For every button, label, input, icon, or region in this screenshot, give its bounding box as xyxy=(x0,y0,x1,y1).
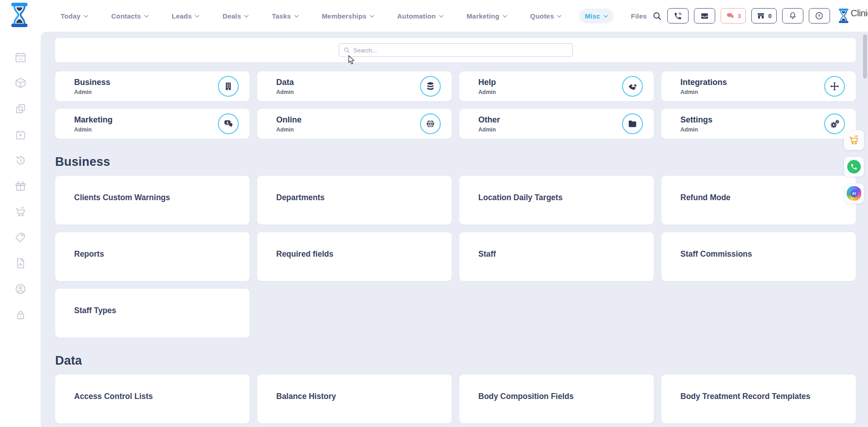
category-title: Other xyxy=(478,115,500,125)
item-card-refund-mode[interactable]: Refund Mode xyxy=(661,176,856,225)
item-card-clients-custom-warnings[interactable]: Clients Custom Warnings xyxy=(55,176,250,225)
item-card-departments[interactable]: Departments xyxy=(257,176,452,225)
help-button[interactable]: ? xyxy=(809,8,830,23)
item-label: Location Daily Targets xyxy=(478,193,562,202)
chevron-down-icon xyxy=(294,15,299,18)
chevron-down-icon xyxy=(370,15,374,18)
chevron-down-icon xyxy=(244,15,249,18)
gift-icon[interactable] xyxy=(14,180,27,192)
section-title-data: Data xyxy=(55,354,856,368)
nav-today[interactable]: Today xyxy=(55,9,94,23)
building-icon xyxy=(218,76,239,97)
chevron-down-icon xyxy=(604,15,608,18)
chat-button[interactable]: 3 xyxy=(721,8,746,23)
category-card-business[interactable]: BusinessAdmin xyxy=(55,71,250,101)
item-card-access-control-lists[interactable]: Access Control Lists xyxy=(55,375,250,423)
business-items-grid: Clients Custom Warnings Departments Loca… xyxy=(55,176,856,338)
main-content: BusinessAdmin DataAdmin HelpAdmin Integr… xyxy=(41,32,868,427)
category-card-data[interactable]: DataAdmin xyxy=(257,71,452,101)
shopping-cart-icon[interactable] xyxy=(14,206,27,218)
history-icon[interactable] xyxy=(14,154,27,166)
chat-bubbles-icon xyxy=(726,12,735,20)
lock-icon[interactable] xyxy=(14,309,27,321)
whatsapp-icon xyxy=(847,160,861,174)
folder-icon xyxy=(622,113,643,134)
chevron-down-icon xyxy=(195,15,199,18)
top-bar: Today Contacts Leads Deals Tasks Members… xyxy=(0,0,868,32)
nav-quotes[interactable]: Quotes xyxy=(525,9,567,23)
item-card-staff-types[interactable]: Staff Types xyxy=(55,289,250,338)
floating-action-column: AI xyxy=(844,130,864,203)
nav-contacts[interactable]: Contacts xyxy=(106,9,154,23)
nav-label: Memberships xyxy=(322,12,367,20)
search-input[interactable] xyxy=(354,47,568,54)
item-label: Refund Mode xyxy=(680,193,731,202)
ai-assistant-button[interactable]: AI xyxy=(844,183,864,203)
search-box xyxy=(339,43,573,57)
item-card-staff[interactable]: Staff xyxy=(459,232,654,281)
nav-label: Leads xyxy=(172,12,192,20)
item-label: Staff Commissions xyxy=(680,249,752,259)
duplicate-icon[interactable] xyxy=(14,103,27,115)
app-logo-icon[interactable] xyxy=(10,3,29,29)
item-label: Staff Types xyxy=(74,306,116,315)
cart-button[interactable] xyxy=(844,130,864,150)
item-label: Reports xyxy=(74,249,104,259)
category-subtitle: Admin xyxy=(680,127,712,133)
item-card-staff-commissions[interactable]: Staff Commissions xyxy=(661,232,856,281)
category-card-integrations[interactable]: IntegrationsAdmin xyxy=(661,71,856,101)
nav-files[interactable]: Files xyxy=(626,9,652,23)
gears-icon xyxy=(824,113,845,134)
logo-hourglass-icon xyxy=(838,9,849,23)
item-card-location-daily-targets[interactable]: Location Daily Targets xyxy=(459,176,654,225)
package-icon[interactable] xyxy=(14,77,27,89)
chevron-down-icon xyxy=(84,15,88,18)
nav-misc[interactable]: Misc xyxy=(579,9,613,23)
nav-deals[interactable]: Deals xyxy=(217,9,254,23)
svg-text:$: $ xyxy=(226,120,228,124)
inbox-button[interactable] xyxy=(694,8,715,23)
clinicsoftware-logo: ClinicSoftware.com TEN STEPS AHEAD xyxy=(838,9,868,23)
item-label: Departments xyxy=(276,193,325,202)
price-tag-icon[interactable] xyxy=(14,231,27,244)
chevron-down-icon xyxy=(144,15,149,18)
chevron-down-icon xyxy=(503,15,507,18)
category-card-settings[interactable]: SettingsAdmin xyxy=(661,109,856,139)
item-card-body-treatment-record-templates[interactable]: Body Treatment Record Templates xyxy=(661,375,856,423)
search-bar-card xyxy=(55,38,856,62)
search-icon[interactable] xyxy=(652,11,662,21)
nav-leads[interactable]: Leads xyxy=(166,9,205,23)
calendar-import-icon[interactable] xyxy=(14,128,27,141)
chat-count-badge: 3 xyxy=(738,13,741,19)
notifications-button[interactable] xyxy=(782,8,803,23)
item-card-balance-history[interactable]: Balance History xyxy=(257,375,452,423)
pos-button[interactable]: 0 xyxy=(751,8,777,23)
nav-memberships[interactable]: Memberships xyxy=(316,9,380,23)
calendar-icon[interactable]: 12 xyxy=(14,51,27,63)
whatsapp-button[interactable] xyxy=(844,157,864,177)
report-file-icon[interactable] xyxy=(14,257,27,269)
vertical-scrollbar-thumb[interactable] xyxy=(863,34,867,79)
left-sidebar: 12 xyxy=(0,32,41,427)
category-card-other[interactable]: OtherAdmin xyxy=(459,109,654,139)
nav-automation[interactable]: Automation xyxy=(392,9,449,23)
item-card-required-fields[interactable]: Required fields xyxy=(257,232,452,281)
category-title: Marketing xyxy=(74,115,113,125)
category-card-marketing[interactable]: MarketingAdmin $ xyxy=(55,109,250,139)
globe-icon xyxy=(420,113,441,134)
category-subtitle: Admin xyxy=(276,89,294,95)
category-card-help[interactable]: HelpAdmin xyxy=(459,71,654,101)
database-icon xyxy=(420,76,441,97)
nav-marketing[interactable]: Marketing xyxy=(461,9,513,23)
item-card-body-composition-fields[interactable]: Body Composition Fields xyxy=(459,375,654,423)
nav-label: Tasks xyxy=(272,12,291,20)
item-card-reports[interactable]: Reports xyxy=(55,232,250,281)
user-badge-icon[interactable] xyxy=(14,283,27,295)
nav-tasks[interactable]: Tasks xyxy=(266,9,304,23)
phone-button[interactable] xyxy=(667,8,689,23)
handshake-icon xyxy=(622,76,643,97)
category-title: Settings xyxy=(680,115,712,125)
item-label: Balance History xyxy=(276,392,336,401)
category-card-online[interactable]: OnlineAdmin xyxy=(257,109,452,139)
category-title: Online xyxy=(276,115,302,125)
